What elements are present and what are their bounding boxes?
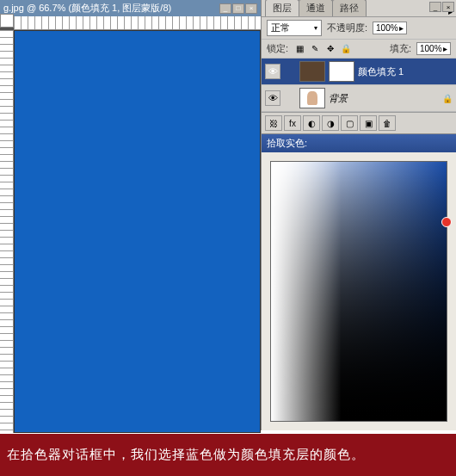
group-button[interactable]: ▢ <box>341 115 358 131</box>
close-button[interactable]: × <box>245 3 257 14</box>
tab-paths[interactable]: 路径 <box>332 0 367 16</box>
chevron-right-icon: ▸ <box>399 23 404 33</box>
layer-style-button[interactable]: fx <box>284 115 301 131</box>
new-layer-button[interactable]: ▣ <box>360 115 377 131</box>
color-picker-panel: 拾取实色: <box>262 134 456 430</box>
layer-name[interactable]: 背景 <box>329 92 439 105</box>
adjustment-layer-button[interactable]: ◑ <box>322 115 339 131</box>
layer-name[interactable]: 颜色填充 1 <box>358 65 453 78</box>
blend-mode-dropdown[interactable]: 正常 ▾ <box>267 20 322 36</box>
layer-item[interactable]: 👁 背景 🔒 <box>262 85 456 112</box>
layers-panel: 图层 通道 路径 ▸ 正常 ▾ 不透明度: 100%▸ 锁定: <box>262 0 456 134</box>
caption-bar: 在拾色器对话框中，我们选择蓝色做为颜色填充层的颜色。 <box>0 434 456 476</box>
panel-close-button[interactable]: × <box>442 2 454 12</box>
picker-title: 拾取实色: <box>262 134 456 152</box>
color-field[interactable] <box>270 161 447 422</box>
delete-layer-button[interactable]: 🗑 <box>379 115 396 131</box>
document-window: g.jpg @ 66.7% (颜色填充 1, 图层蒙版/8) _ □ × <box>0 0 261 430</box>
color-cursor[interactable] <box>441 217 452 227</box>
blend-mode-value: 正常 <box>271 22 290 34</box>
maximize-button[interactable]: □ <box>232 3 244 14</box>
tab-channels[interactable]: 通道 <box>299 0 333 16</box>
lock-all-icon[interactable]: 🔒 <box>340 43 352 55</box>
link-layers-button[interactable]: ⛓ <box>265 115 282 131</box>
ruler-horizontal[interactable] <box>14 16 261 30</box>
ruler-origin[interactable] <box>0 14 14 28</box>
tab-layers[interactable]: 图层 <box>265 0 299 16</box>
document-titlebar[interactable]: g.jpg @ 66.7% (颜色填充 1, 图层蒙版/8) _ □ × <box>0 0 261 16</box>
panel-minimize-button[interactable]: _ <box>429 2 441 12</box>
layer-thumbnail[interactable] <box>299 61 325 82</box>
document-title: g.jpg @ 66.7% (颜色填充 1, 图层蒙版/8) <box>3 2 171 15</box>
opacity-label: 不透明度: <box>327 22 367 34</box>
layer-list: 👁 颜色填充 1 👁 背景 🔒 <box>262 59 456 112</box>
lock-label: 锁定: <box>267 42 288 55</box>
lock-icon: 🔒 <box>442 94 453 103</box>
ruler-vertical[interactable] <box>0 30 14 433</box>
layer-thumbnail[interactable] <box>299 88 325 108</box>
fill-label: 填充: <box>390 42 411 55</box>
fill-input[interactable]: 100%▸ <box>416 42 451 55</box>
layer-mask-thumbnail[interactable] <box>329 61 354 82</box>
lock-brush-icon[interactable]: ✎ <box>309 43 321 55</box>
minimize-button[interactable]: _ <box>219 3 231 14</box>
lock-transparency-icon[interactable]: ▦ <box>293 43 305 55</box>
visibility-toggle[interactable]: 👁 <box>265 90 280 106</box>
layer-mask-button[interactable]: ◐ <box>303 115 320 131</box>
chevron-right-icon: ▸ <box>443 44 447 53</box>
canvas[interactable] <box>14 30 261 433</box>
chevron-down-icon: ▾ <box>314 24 317 32</box>
opacity-input[interactable]: 100%▸ <box>373 22 407 34</box>
visibility-toggle[interactable]: 👁 <box>265 64 280 79</box>
lock-move-icon[interactable]: ✥ <box>324 43 336 55</box>
layer-item[interactable]: 👁 颜色填充 1 <box>262 59 456 85</box>
